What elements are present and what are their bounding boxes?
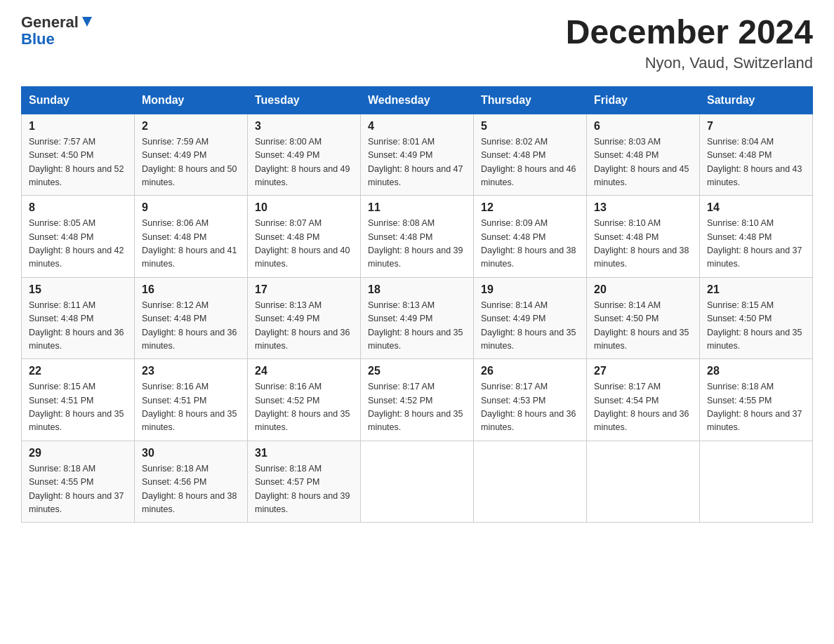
- day-number: 9: [142, 201, 240, 214]
- col-saturday: Saturday: [700, 86, 813, 114]
- day-number: 8: [29, 201, 127, 214]
- day-number: 22: [29, 365, 127, 377]
- calendar-cell: 29Sunrise: 8:18 AMSunset: 4:55 PMDayligh…: [22, 441, 135, 523]
- calendar-cell: 1Sunrise: 7:57 AMSunset: 4:50 PMDaylight…: [22, 114, 135, 196]
- logo-triangle-icon: [79, 14, 95, 29]
- calendar-cell: 30Sunrise: 8:18 AMSunset: 4:56 PMDayligh…: [135, 441, 248, 523]
- logo: General Blue: [21, 14, 95, 48]
- day-info: Sunrise: 8:16 AMSunset: 4:52 PMDaylight:…: [255, 380, 353, 435]
- day-number: 3: [255, 120, 353, 133]
- calendar-cell: [700, 441, 813, 523]
- calendar-cell: 28Sunrise: 8:18 AMSunset: 4:55 PMDayligh…: [700, 359, 813, 441]
- calendar-table: Sunday Monday Tuesday Wednesday Thursday…: [21, 86, 813, 523]
- day-number: 1: [29, 120, 127, 133]
- calendar-cell: 2Sunrise: 7:59 AMSunset: 4:49 PMDaylight…: [135, 114, 248, 196]
- day-info: Sunrise: 8:07 AMSunset: 4:48 PMDaylight:…: [255, 217, 353, 271]
- calendar-cell: 15Sunrise: 8:11 AMSunset: 4:48 PMDayligh…: [22, 277, 135, 359]
- logo-general-text: General: [21, 14, 79, 31]
- day-info: Sunrise: 8:12 AMSunset: 4:48 PMDaylight:…: [142, 299, 240, 354]
- day-number: 29: [29, 447, 127, 459]
- day-number: 18: [368, 283, 466, 296]
- svg-marker-0: [82, 17, 92, 27]
- day-info: Sunrise: 8:13 AMSunset: 4:49 PMDaylight:…: [255, 299, 353, 354]
- calendar-cell: [361, 441, 474, 523]
- day-number: 4: [368, 120, 466, 133]
- page-header: General Blue December 2024 Nyon, Vaud, S…: [21, 14, 813, 72]
- day-number: 11: [368, 201, 466, 214]
- col-wednesday: Wednesday: [361, 86, 474, 114]
- calendar-cell: 9Sunrise: 8:06 AMSunset: 4:48 PMDaylight…: [135, 196, 248, 278]
- calendar-week-row: 1Sunrise: 7:57 AMSunset: 4:50 PMDaylight…: [22, 114, 813, 196]
- calendar-cell: 3Sunrise: 8:00 AMSunset: 4:49 PMDaylight…: [248, 114, 361, 196]
- calendar-cell: 16Sunrise: 8:12 AMSunset: 4:48 PMDayligh…: [135, 277, 248, 359]
- day-info: Sunrise: 8:18 AMSunset: 4:55 PMDaylight:…: [29, 462, 127, 517]
- day-info: Sunrise: 8:05 AMSunset: 4:48 PMDaylight:…: [29, 217, 127, 271]
- day-number: 20: [594, 283, 692, 296]
- calendar-header-row: Sunday Monday Tuesday Wednesday Thursday…: [22, 86, 813, 114]
- day-info: Sunrise: 7:57 AMSunset: 4:50 PMDaylight:…: [29, 135, 127, 190]
- calendar-cell: 4Sunrise: 8:01 AMSunset: 4:49 PMDaylight…: [361, 114, 474, 196]
- day-info: Sunrise: 8:09 AMSunset: 4:48 PMDaylight:…: [481, 217, 579, 271]
- logo-blue-text: Blue: [21, 30, 55, 48]
- title-section: December 2024 Nyon, Vaud, Switzerland: [566, 14, 813, 72]
- day-number: 26: [481, 365, 579, 377]
- calendar-cell: 21Sunrise: 8:15 AMSunset: 4:50 PMDayligh…: [700, 277, 813, 359]
- day-number: 19: [481, 283, 579, 296]
- col-monday: Monday: [135, 86, 248, 114]
- calendar-cell: 11Sunrise: 8:08 AMSunset: 4:48 PMDayligh…: [361, 196, 474, 278]
- calendar-cell: [474, 441, 587, 523]
- day-number: 7: [707, 120, 805, 133]
- calendar-cell: 26Sunrise: 8:17 AMSunset: 4:53 PMDayligh…: [474, 359, 587, 441]
- location-title: Nyon, Vaud, Switzerland: [566, 54, 813, 72]
- calendar-cell: 19Sunrise: 8:14 AMSunset: 4:49 PMDayligh…: [474, 277, 587, 359]
- day-info: Sunrise: 8:13 AMSunset: 4:49 PMDaylight:…: [368, 299, 466, 354]
- day-number: 31: [255, 447, 353, 459]
- calendar-week-row: 22Sunrise: 8:15 AMSunset: 4:51 PMDayligh…: [22, 359, 813, 441]
- calendar-cell: [587, 441, 700, 523]
- day-info: Sunrise: 8:10 AMSunset: 4:48 PMDaylight:…: [594, 217, 692, 271]
- day-info: Sunrise: 8:15 AMSunset: 4:50 PMDaylight:…: [707, 299, 805, 354]
- calendar-cell: 31Sunrise: 8:18 AMSunset: 4:57 PMDayligh…: [248, 441, 361, 523]
- day-number: 2: [142, 120, 240, 133]
- day-info: Sunrise: 8:11 AMSunset: 4:48 PMDaylight:…: [29, 299, 127, 354]
- day-number: 30: [142, 447, 240, 459]
- day-number: 14: [707, 201, 805, 214]
- calendar-cell: 27Sunrise: 8:17 AMSunset: 4:54 PMDayligh…: [587, 359, 700, 441]
- calendar-cell: 23Sunrise: 8:16 AMSunset: 4:51 PMDayligh…: [135, 359, 248, 441]
- calendar-cell: 8Sunrise: 8:05 AMSunset: 4:48 PMDaylight…: [22, 196, 135, 278]
- calendar-week-row: 8Sunrise: 8:05 AMSunset: 4:48 PMDaylight…: [22, 196, 813, 278]
- day-number: 17: [255, 283, 353, 296]
- day-info: Sunrise: 8:01 AMSunset: 4:49 PMDaylight:…: [368, 135, 466, 190]
- day-info: Sunrise: 8:06 AMSunset: 4:48 PMDaylight:…: [142, 217, 240, 271]
- day-number: 24: [255, 365, 353, 377]
- calendar-cell: 14Sunrise: 8:10 AMSunset: 4:48 PMDayligh…: [700, 196, 813, 278]
- day-number: 15: [29, 283, 127, 296]
- day-info: Sunrise: 8:04 AMSunset: 4:48 PMDaylight:…: [707, 135, 805, 190]
- calendar-cell: 17Sunrise: 8:13 AMSunset: 4:49 PMDayligh…: [248, 277, 361, 359]
- calendar-cell: 20Sunrise: 8:14 AMSunset: 4:50 PMDayligh…: [587, 277, 700, 359]
- day-number: 27: [594, 365, 692, 377]
- day-number: 23: [142, 365, 240, 377]
- calendar-cell: 13Sunrise: 8:10 AMSunset: 4:48 PMDayligh…: [587, 196, 700, 278]
- calendar-cell: 12Sunrise: 8:09 AMSunset: 4:48 PMDayligh…: [474, 196, 587, 278]
- day-info: Sunrise: 8:17 AMSunset: 4:52 PMDaylight:…: [368, 380, 466, 435]
- day-number: 25: [368, 365, 466, 377]
- col-tuesday: Tuesday: [248, 86, 361, 114]
- day-number: 21: [707, 283, 805, 296]
- col-friday: Friday: [587, 86, 700, 114]
- day-info: Sunrise: 8:18 AMSunset: 4:55 PMDaylight:…: [707, 380, 805, 435]
- day-number: 16: [142, 283, 240, 296]
- day-info: Sunrise: 8:15 AMSunset: 4:51 PMDaylight:…: [29, 380, 127, 435]
- day-info: Sunrise: 8:14 AMSunset: 4:49 PMDaylight:…: [481, 299, 579, 354]
- month-title: December 2024: [566, 14, 813, 51]
- day-info: Sunrise: 8:17 AMSunset: 4:54 PMDaylight:…: [594, 380, 692, 435]
- day-info: Sunrise: 8:08 AMSunset: 4:48 PMDaylight:…: [368, 217, 466, 271]
- day-info: Sunrise: 8:18 AMSunset: 4:57 PMDaylight:…: [255, 462, 353, 517]
- day-number: 12: [481, 201, 579, 214]
- calendar-cell: 24Sunrise: 8:16 AMSunset: 4:52 PMDayligh…: [248, 359, 361, 441]
- day-number: 10: [255, 201, 353, 214]
- calendar-cell: 25Sunrise: 8:17 AMSunset: 4:52 PMDayligh…: [361, 359, 474, 441]
- day-info: Sunrise: 8:02 AMSunset: 4:48 PMDaylight:…: [481, 135, 579, 190]
- day-info: Sunrise: 8:14 AMSunset: 4:50 PMDaylight:…: [594, 299, 692, 354]
- day-info: Sunrise: 8:16 AMSunset: 4:51 PMDaylight:…: [142, 380, 240, 435]
